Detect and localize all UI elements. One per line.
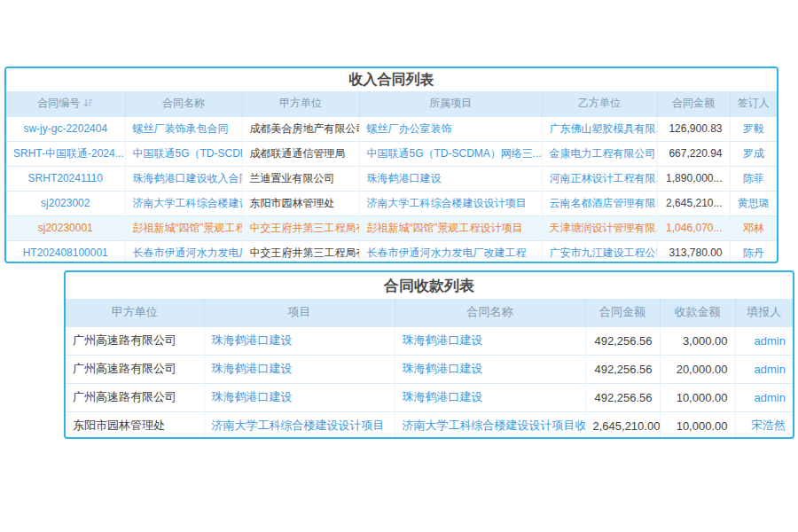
contract-name-link[interactable]: 中国联通5G（TD-SCDMA）...: [125, 141, 242, 166]
party-a-cell: 中交王府井第三工程局有限...: [242, 240, 359, 263]
party-b-link[interactable]: 云南名都酒店管理有限...: [542, 191, 657, 215]
col-header-signer: 签订人: [730, 91, 777, 116]
received-amount-cell: 20,000.00: [660, 355, 735, 383]
signer-link[interactable]: 黄思璐: [730, 191, 777, 215]
income-table-row: SRHT20241110 珠海鹤港口建设收入合同2 兰迪置业有限公司 珠海鹤港口…: [6, 166, 777, 191]
contract-name-link[interactable]: 珠海鹤港口建设收入合同2: [125, 166, 242, 191]
party-a-cell: 成都美合房地产有限公司: [242, 116, 359, 141]
col-header-contract-code-label: 合同编号: [37, 96, 80, 111]
receipt-table-row: 广州高速路有限公司 珠海鹤港口建设 珠海鹤港口建设 492,256.56 10,…: [66, 383, 793, 411]
col-header-contract-code: 合同编号: [6, 91, 125, 116]
col-header-party-a: 甲方单位: [242, 91, 359, 116]
project-link[interactable]: 长春市伊通河水力发电厂改建工程: [359, 240, 542, 263]
signer-link[interactable]: 陈菲: [730, 166, 777, 191]
project-link[interactable]: 珠海鹤港口建设: [204, 383, 395, 411]
contract-amount-cell: 2,645,210.00: [585, 411, 660, 439]
party-a-cell: 东阳市园林管理处: [242, 191, 359, 215]
income-table-header-row: 合同编号 合同: [6, 91, 777, 116]
contract-code-link[interactable]: HT202408100001: [6, 240, 125, 263]
contract-name-link[interactable]: 长春市伊通河水力发电厂改...: [125, 240, 242, 263]
amount-cell: 2,645,210...: [657, 191, 730, 215]
party-b-link[interactable]: 广东佛山塑胶模具有限...: [542, 116, 657, 141]
party-a-cell: 广州高速路有限公司: [66, 355, 204, 383]
received-amount-cell: 10,000.00: [660, 383, 735, 411]
col-header-reporter: 填报人: [735, 299, 793, 326]
party-a-cell: 东阳市园林管理处: [66, 411, 204, 439]
received-amount-cell: 10,000.00: [660, 411, 735, 439]
party-b-link[interactable]: 河南正林设计工程有限...: [542, 166, 657, 191]
party-a-cell: 中交王府井第三工程局有限...: [242, 215, 359, 240]
contract-name-link[interactable]: 珠海鹤港口建设: [395, 383, 585, 411]
contract-name-link[interactable]: 螺丝厂装饰承包合同: [125, 116, 242, 141]
reporter-link[interactable]: admin: [735, 326, 793, 355]
income-contract-table: 合同编号 合同: [6, 91, 777, 263]
project-link[interactable]: 珠海鹤港口建设: [204, 355, 395, 383]
contract-code-link[interactable]: sw-jy-gc-2202404: [6, 116, 125, 141]
col-header-party-b: 乙方单位: [542, 91, 657, 116]
signer-link[interactable]: 邓林: [730, 215, 777, 240]
contract-amount-cell: 492,256.56: [585, 383, 660, 411]
contract-receipt-table-card: 合同收款列表 甲方单位 项目 合同名称 合同金额 收款金额 填报人 广州高速路有…: [64, 270, 794, 439]
income-table-row: sj2023002 济南大学工科综合楼建设设... 东阳市园林管理处 济南大学工…: [6, 191, 777, 215]
receipt-table-header-row: 甲方单位 项目 合同名称 合同金额 收款金额 填报人: [66, 299, 793, 326]
project-link[interactable]: 彭祖新城“四馆”景观工程设计项目: [359, 215, 542, 240]
contract-name-link[interactable]: 珠海鹤港口建设: [395, 355, 585, 383]
income-table-row: sw-jy-gc-2202404 螺丝厂装饰承包合同 成都美合房地产有限公司 螺…: [6, 116, 777, 141]
income-table-row-highlighted: sj20230001 彭祖新城“四馆”景观工程设计... 中交王府井第三工程局有…: [6, 215, 777, 240]
col-header-received-amount: 收款金额: [660, 299, 735, 326]
party-a-cell: 广州高速路有限公司: [66, 383, 204, 411]
project-link[interactable]: 济南大学工科综合楼建设设计项目: [204, 411, 395, 439]
amount-cell: 1,046,070...: [657, 215, 730, 240]
col-header-contract-name: 合同名称: [125, 91, 242, 116]
contract-code-link[interactable]: sj2023002: [6, 191, 125, 215]
amount-cell: 1,890,000...: [657, 166, 730, 191]
income-table-title: 收入合同列表: [6, 68, 777, 91]
contract-name-link[interactable]: 彭祖新城“四馆”景观工程设计...: [125, 215, 242, 240]
col-header-project: 所属项目: [359, 91, 542, 116]
party-a-cell: 成都联通通信管理局: [242, 141, 359, 166]
reporter-link[interactable]: admin: [735, 383, 793, 411]
col-header-amount: 合同金额: [657, 91, 730, 116]
contract-name-link[interactable]: 济南大学工科综合楼建设设计项目收...: [395, 411, 585, 439]
reporter-link[interactable]: admin: [735, 355, 793, 383]
income-table-row: SRHT-中国联通-2024... 中国联通5G（TD-SCDMA）... 成都…: [6, 141, 777, 166]
amount-cell: 667,220.94: [657, 141, 730, 166]
amount-cell: 313,780.00: [657, 240, 730, 263]
contract-name-link[interactable]: 济南大学工科综合楼建设设...: [125, 191, 242, 215]
contract-amount-cell: 492,256.56: [585, 326, 660, 355]
contract-code-link[interactable]: sj20230001: [6, 215, 125, 240]
party-b-link[interactable]: 天津塘润设计管理有限...: [542, 215, 657, 240]
project-link[interactable]: 济南大学工科综合楼建设设计项目: [359, 191, 542, 215]
contract-name-link[interactable]: 珠海鹤港口建设: [395, 326, 585, 355]
col-header-party-a: 甲方单位: [66, 299, 204, 326]
project-link[interactable]: 珠海鹤港口建设: [204, 326, 395, 355]
received-amount-cell: 3,000.00: [660, 326, 735, 355]
receipt-table-row: 东阳市园林管理处 济南大学工科综合楼建设设计项目 济南大学工科综合楼建设设计项目…: [66, 411, 793, 439]
income-table-row: HT202408100001 长春市伊通河水力发电厂改... 中交王府井第三工程…: [6, 240, 777, 263]
amount-cell: 126,900.83: [657, 116, 730, 141]
project-link[interactable]: 珠海鹤港口建设: [359, 166, 542, 191]
signer-link[interactable]: 陈丹: [730, 240, 777, 263]
receipt-table-title: 合同收款列表: [66, 272, 793, 299]
col-header-project: 项目: [204, 299, 395, 326]
party-a-cell: 兰迪置业有限公司: [242, 166, 359, 191]
income-contract-table-card: 收入合同列表 合同编号: [4, 66, 778, 263]
contract-amount-cell: 492,256.56: [585, 355, 660, 383]
signer-link[interactable]: 罗成: [730, 141, 777, 166]
receipt-table-row: 广州高速路有限公司 珠海鹤港口建设 珠海鹤港口建设 492,256.56 20,…: [66, 355, 793, 383]
party-a-cell: 广州高速路有限公司: [66, 326, 204, 355]
col-header-contract-name: 合同名称: [395, 299, 585, 326]
page: 收入合同列表 合同编号: [0, 0, 798, 532]
reporter-link[interactable]: 宋浩然: [735, 411, 793, 439]
col-header-contract-amount: 合同金额: [585, 299, 660, 326]
contract-code-link[interactable]: SRHT20241110: [6, 166, 125, 191]
contract-code-link[interactable]: SRHT-中国联通-2024...: [6, 141, 125, 166]
party-b-link[interactable]: 广安市九江建设工程公司: [542, 240, 657, 263]
receipt-table-row: 广州高速路有限公司 珠海鹤港口建设 珠海鹤港口建设 492,256.56 3,0…: [66, 326, 793, 355]
contract-receipt-table: 甲方单位 项目 合同名称 合同金额 收款金额 填报人 广州高速路有限公司 珠海鹤…: [66, 299, 793, 439]
party-b-link[interactable]: 金康电力工程有限公司: [542, 141, 657, 166]
project-link[interactable]: 螺丝厂办公室装饰: [359, 116, 542, 141]
sort-descending-icon[interactable]: [83, 98, 93, 108]
project-link[interactable]: 中国联通5G（TD-SCDMA）网络三...: [359, 141, 542, 166]
signer-link[interactable]: 罗毅: [730, 116, 777, 141]
